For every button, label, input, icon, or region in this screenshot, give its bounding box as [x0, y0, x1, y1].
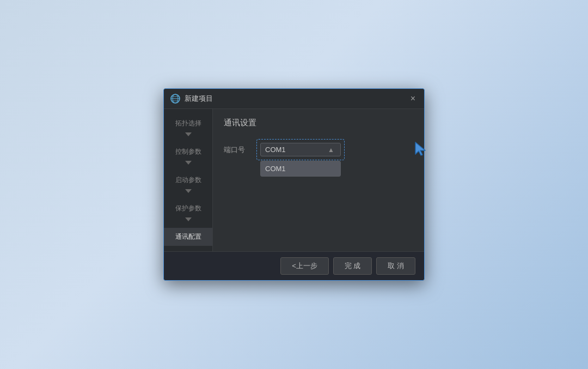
port-menu-item-com1[interactable]: COM1 [261, 161, 340, 176]
sidebar-item-comms[interactable]: 通讯配置 [164, 228, 212, 246]
dialog-body: 拓扑选择 控制参数 启动参数 保护参数 通讯配置 通讯设置 端 [164, 109, 424, 251]
cursor-arrow [413, 140, 431, 160]
chevron-down-icon [185, 161, 192, 165]
sidebar-item-protection[interactable]: 保护参数 [164, 199, 212, 228]
dialog-footer: <上一步 完 成 取 消 [164, 251, 424, 280]
dialog-header: 新建项目 × [164, 89, 424, 109]
chevron-down-icon [185, 132, 192, 136]
sidebar-item-startup-label: 启动参数 [175, 176, 201, 185]
sidebar-item-control-label: 控制参数 [175, 147, 201, 156]
sidebar-item-control[interactable]: 控制参数 [164, 143, 212, 171]
svg-marker-5 [415, 142, 425, 155]
main-content: 通讯设置 端口号 COM1 ▲ COM1 [213, 109, 424, 251]
sidebar-item-protection-label: 保护参数 [175, 204, 201, 213]
sidebar-item-comms-label: 通讯配置 [175, 232, 201, 241]
chevron-down-icon [185, 217, 192, 221]
close-button[interactable]: × [408, 93, 418, 104]
dialog: 新建项目 × 拓扑选择 控制参数 启动参数 保护参数 通讯配置 [163, 88, 425, 281]
dialog-icon [170, 94, 180, 104]
cancel-button[interactable]: 取 消 [376, 257, 415, 275]
port-select[interactable]: COM1 [260, 143, 341, 156]
dropdown-wrapper: COM1 ▲ COM1 [256, 139, 345, 160]
port-label: 端口号 [224, 145, 256, 155]
port-dropdown-menu: COM1 [260, 161, 341, 177]
sidebar-item-topology[interactable]: 拓扑选择 [164, 114, 212, 143]
dialog-title: 新建项目 [185, 94, 213, 104]
sidebar-item-startup[interactable]: 启动参数 [164, 171, 212, 199]
port-form-row: 端口号 COM1 ▲ COM1 [224, 139, 413, 160]
chevron-down-icon [185, 189, 192, 193]
confirm-button[interactable]: 完 成 [333, 257, 372, 275]
sidebar-item-topology-label: 拓扑选择 [175, 119, 201, 128]
dialog-title-area: 新建项目 [170, 94, 213, 104]
prev-button[interactable]: <上一步 [280, 257, 329, 275]
sidebar: 拓扑选择 控制参数 启动参数 保护参数 通讯配置 [164, 109, 213, 251]
section-title: 通讯设置 [224, 118, 413, 128]
